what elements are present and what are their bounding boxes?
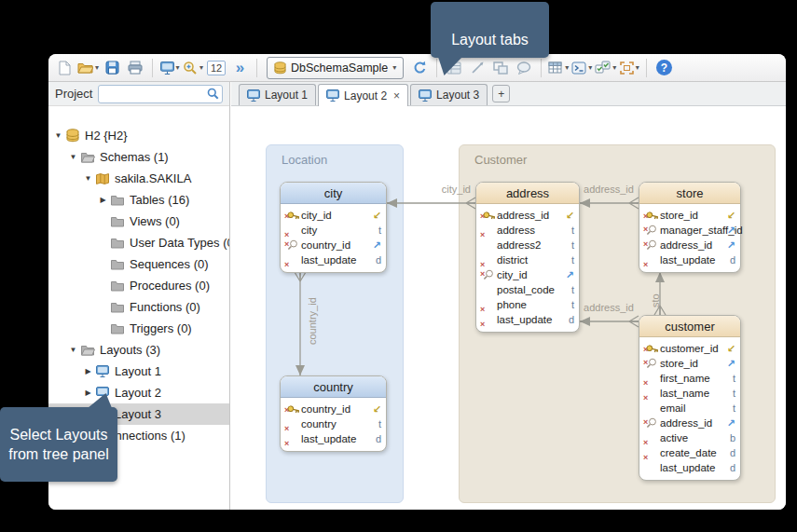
toolbar-separator <box>541 59 542 77</box>
table-store[interactable]: store × store_id ↙ ↗ × manager_staff_id … <box>639 182 741 273</box>
groups-button[interactable] <box>490 57 511 79</box>
new-project-button[interactable] <box>54 57 75 79</box>
layout-tab[interactable]: Layout 2 × <box>318 84 408 106</box>
tree-item[interactable]: Tables (16) <box>48 189 229 211</box>
table-column-row[interactable]: × city t ↙ ↗ <box>281 223 386 238</box>
table-header[interactable]: city <box>281 183 386 204</box>
print-button[interactable] <box>125 57 145 79</box>
layout-tab[interactable]: Layout 1 × <box>239 84 316 105</box>
tree-item[interactable]: Layout 1 <box>48 361 229 382</box>
tree-expander-icon[interactable] <box>82 367 94 375</box>
tree-item[interactable]: Schemas (1) <box>48 146 229 168</box>
table-column-row[interactable]: × address_id ↙ ↗ <box>639 238 740 252</box>
layout-tab[interactable]: Layout 3 × <box>410 84 488 105</box>
table-column-row[interactable]: × create_date d ↙ ↗ <box>639 445 740 460</box>
folder-icon <box>111 280 124 292</box>
tree-item[interactable]: Sequences (0) <box>48 253 229 275</box>
tree-item[interactable]: Triggers (0) <box>48 318 229 339</box>
table-column-row[interactable]: × store_id ↙ ↗ <box>639 208 740 223</box>
table-column-row[interactable]: × last_update d ↙ ↗ <box>281 431 386 446</box>
tree-item[interactable]: H2 {H2} <box>48 125 229 146</box>
random-data-button[interactable]: ▾ <box>619 57 639 79</box>
table-header[interactable]: customer <box>639 316 740 337</box>
not-null-icon: × <box>643 240 648 249</box>
open-project-icon <box>77 61 93 74</box>
tree-expander-icon[interactable] <box>67 346 79 354</box>
schema-sync-button[interactable]: ▾ <box>595 57 616 79</box>
table-customer[interactable]: customer × customer_id ↙ ↗ × store_id ↙ … <box>639 315 741 481</box>
search-input[interactable] <box>99 86 222 102</box>
tree-item[interactable]: Procedures (0) <box>48 275 229 296</box>
table-column-row[interactable]: × address_id ↙ ↗ <box>639 416 740 430</box>
tree-item[interactable]: Views (0) <box>48 211 229 232</box>
table-header[interactable]: address <box>476 183 579 204</box>
open-project-button[interactable]: ▾ <box>77 57 99 79</box>
table-header[interactable]: store <box>639 183 740 204</box>
tree-expander-icon[interactable] <box>67 153 79 161</box>
table-address[interactable]: address × address_id ↙ ↗ × address t ↙ ↗… <box>475 182 580 333</box>
table-column-row[interactable]: × city_id ↙ ↗ <box>281 208 386 223</box>
tree-item[interactable]: Functions (0) <box>48 296 229 318</box>
table-columns: × city_id ↙ ↗ × city t ↙ ↗ × country_i <box>281 204 386 272</box>
table-column-row[interactable]: × city_id ↙ ↗ <box>476 267 579 282</box>
not-null-icon: × <box>284 440 289 448</box>
table-column-row[interactable]: × active b ↙ ↗ <box>639 430 740 445</box>
table-column-row[interactable]: × country t ↙ ↗ <box>281 416 386 431</box>
new-layout-tab-button[interactable]: + <box>492 85 510 102</box>
table-column-row[interactable]: × email t ↙ ↗ <box>639 401 740 416</box>
table-column-row[interactable]: × last_update d ↙ ↗ <box>281 252 386 267</box>
column-name: first_name <box>660 373 723 384</box>
tree-expander-icon[interactable] <box>52 131 64 140</box>
refresh-button[interactable] <box>409 57 430 79</box>
zoom-button[interactable]: ▾ <box>183 57 203 79</box>
table-column-row[interactable]: × last_update d ↙ ↗ <box>639 460 740 475</box>
table-header[interactable]: country <box>281 376 386 398</box>
table-city[interactable]: city × city_id ↙ ↗ × city t ↙ ↗ × <box>280 182 387 273</box>
tab-label: Layout 2 <box>344 89 387 102</box>
table-column-row[interactable]: × postal_code t ↙ ↗ <box>476 282 579 297</box>
table-column-row[interactable]: × store_id ↙ ↗ <box>639 356 740 371</box>
table-column-row[interactable]: × last_update d ↙ ↗ <box>476 312 579 327</box>
relational-data-browse-button[interactable]: ▾ <box>548 57 569 79</box>
column-type: t ↙ ↗ <box>562 254 574 266</box>
table-column-row[interactable]: × customer_id ↙ ↗ <box>639 341 740 356</box>
table-column-row[interactable]: × country_id ↙ ↗ <box>281 238 386 252</box>
tree-expander-icon[interactable] <box>82 174 94 183</box>
tree-item[interactable]: Layout 2 <box>48 382 229 403</box>
table-column-row[interactable]: × address2 t ↙ ↗ <box>476 238 579 252</box>
table-column-row[interactable]: × first_name t ↙ ↗ <box>639 371 740 386</box>
save-button[interactable] <box>102 57 122 79</box>
layout-options-button[interactable]: ▾ <box>159 57 180 79</box>
search-icon <box>207 88 219 100</box>
sql-editor-button[interactable]: ▾ <box>571 57 592 79</box>
comment-button[interactable] <box>514 57 534 79</box>
dropdown-caret-icon: ▾ <box>636 64 639 72</box>
tree-item[interactable]: Layouts (3) <box>48 339 229 361</box>
table-column-row[interactable]: × phone t ↙ ↗ <box>476 297 579 312</box>
draw-relation-button[interactable] <box>467 57 488 79</box>
tree-expander-icon[interactable] <box>97 196 109 204</box>
table-column-row[interactable]: × address_id ↙ ↗ <box>476 208 579 223</box>
column-type: ↙ ↗ <box>369 211 381 221</box>
tree-item-icon <box>109 280 126 292</box>
tree-item[interactable]: User Data Types (0) <box>48 232 229 253</box>
connection-selector[interactable]: DbSchemaSample ▾ <box>267 57 404 79</box>
table-column-row[interactable]: × country_id ↙ ↗ <box>281 402 386 416</box>
tree-item-label: Layouts (3) <box>100 343 160 357</box>
table-column-row[interactable]: × manager_staff_id ↙ ↗ <box>639 223 740 238</box>
table-column-row[interactable]: × district t ↙ ↗ <box>476 252 579 267</box>
table-country[interactable]: country × country_id ↙ ↗ × country t ↙ ↗… <box>280 375 387 452</box>
column-type: ↙ ↗ <box>723 240 735 251</box>
tree-item[interactable]: sakila.SAKILA <box>48 168 229 189</box>
help-button[interactable]: ? <box>653 57 674 79</box>
close-tab-icon[interactable]: × <box>393 89 400 102</box>
dropdown-caret-icon: ▾ <box>565 64 569 72</box>
table-column-row[interactable]: × last_name t ↙ ↗ <box>639 386 740 401</box>
table-column-row[interactable]: × address t ↙ ↗ <box>476 223 579 238</box>
table-column-row[interactable]: × last_update d ↙ ↗ <box>639 252 740 267</box>
column-flag-icons: × <box>480 211 497 220</box>
tab-label: Layout 1 <box>265 89 308 102</box>
tree-expander-icon[interactable] <box>82 389 94 397</box>
page-number-button[interactable]: 12 <box>206 57 227 79</box>
forward-button[interactable]: » <box>229 57 250 79</box>
